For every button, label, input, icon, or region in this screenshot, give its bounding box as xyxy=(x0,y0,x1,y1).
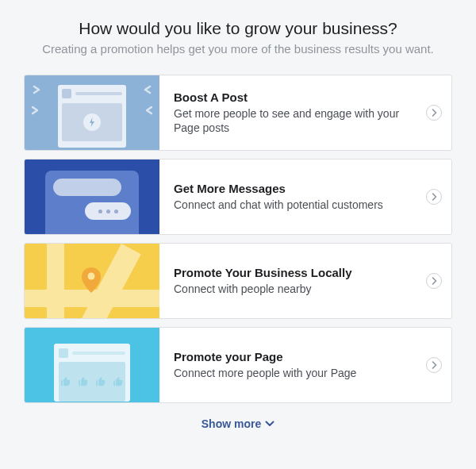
chevron-right-icon xyxy=(426,357,442,373)
promotion-options: Boost A Post Get more people to see and … xyxy=(24,75,452,403)
option-desc: Get more people to see and engage with y… xyxy=(174,106,409,135)
messages-illustration xyxy=(25,160,159,234)
option-title: Get More Messages xyxy=(174,182,409,195)
page-subtitle: Creating a promotion helps get you more … xyxy=(24,41,452,57)
option-title: Promote your Page xyxy=(174,350,409,363)
option-title: Promote Your Business Locally xyxy=(174,266,409,279)
chevron-right-icon xyxy=(426,273,442,289)
boost-post-illustration xyxy=(25,75,159,150)
option-desc: Connect with people nearby xyxy=(174,282,409,296)
show-more-label: Show more xyxy=(202,417,261,430)
chevron-down-icon xyxy=(265,421,274,427)
chevron-button[interactable] xyxy=(416,75,451,150)
option-desc: Connect more people with your Page xyxy=(174,366,409,380)
header: How would you like to grow your business… xyxy=(24,19,452,57)
show-more-button[interactable]: Show more xyxy=(24,417,452,430)
promote-page-illustration xyxy=(25,328,159,402)
chevron-right-icon xyxy=(426,105,442,121)
chevron-right-icon xyxy=(426,189,442,205)
option-content: Get More Messages Connect and chat with … xyxy=(159,160,416,234)
option-desc: Connect and chat with potential customer… xyxy=(174,198,409,212)
local-illustration xyxy=(25,244,159,318)
chevron-button[interactable] xyxy=(416,160,451,234)
option-content: Promote your Page Connect more people wi… xyxy=(159,328,416,402)
option-content: Boost A Post Get more people to see and … xyxy=(159,75,416,150)
option-content: Promote Your Business Locally Connect wi… xyxy=(159,244,416,318)
chevron-button[interactable] xyxy=(416,328,451,402)
option-promote-locally[interactable]: Promote Your Business Locally Connect wi… xyxy=(24,243,452,319)
option-get-messages[interactable]: Get More Messages Connect and chat with … xyxy=(24,159,452,235)
promotion-panel: How would you like to grow your business… xyxy=(0,0,476,438)
svg-point-0 xyxy=(88,273,95,280)
option-boost-post[interactable]: Boost A Post Get more people to see and … xyxy=(24,75,452,151)
chevron-button[interactable] xyxy=(416,244,451,318)
option-title: Boost A Post xyxy=(174,90,409,104)
option-promote-page[interactable]: Promote your Page Connect more people wi… xyxy=(24,327,452,403)
map-pin-icon xyxy=(82,267,101,296)
page-title: How would you like to grow your business… xyxy=(24,19,452,38)
